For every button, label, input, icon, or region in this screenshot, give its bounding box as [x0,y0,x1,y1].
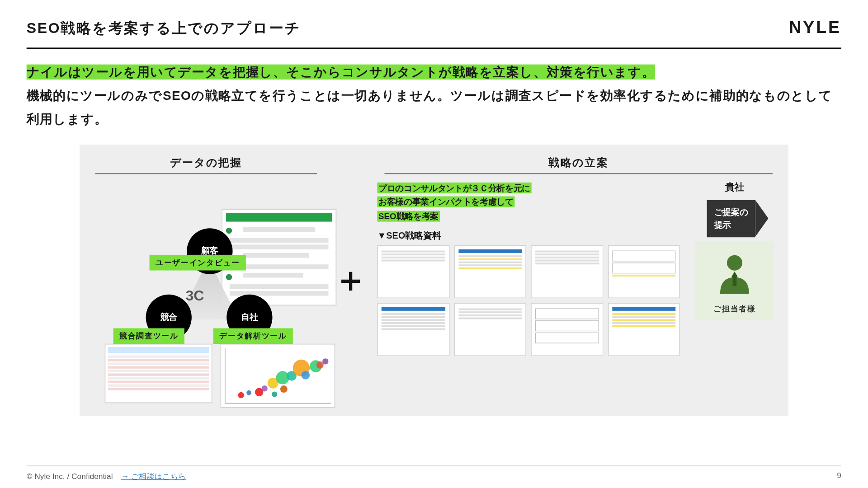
left-heading-rule [95,173,317,174]
right-heading-rule [384,173,772,174]
column-data-grasp: データの把握 3C 顧客 競合 自社 ユーザーインタビュー [80,144,333,415]
plus-icon: ＋ [334,257,368,303]
deck-title: ▼SEO戦略資料 [377,230,679,241]
strategy-doc-deck [377,245,679,356]
diagram-area: データの把握 3C 顧客 競合 自社 ユーザーインタビュー [80,144,788,415]
thumbnail-bubble-chart [221,344,335,408]
plus-separator: ＋ [333,144,369,415]
footer-copyright: © Nyle Inc. / Confidential [27,472,113,481]
title-rule [27,47,841,49]
footer-contact-link[interactable]: → ご相談はこちら [121,472,186,481]
intro-paragraph: ナイルはツールを用いてデータを把握し、そこからコンサルタントが戦略を立案し、対策… [27,61,841,131]
three-c-label: 3C [186,287,204,304]
strategy-hl-3: SEO戦略を考案 [377,211,439,222]
doc-thumb [608,245,679,298]
svg-point-0 [727,255,742,270]
tag-user-interview: ユーザーインタビュー [150,254,246,270]
right-heading: 戦略の立案 [377,155,779,173]
strategy-hl-2: お客様の事業インパクトを考慮して [377,197,514,207]
page-number: 9 [837,471,841,482]
thumbnail-competitor-tool [105,344,212,403]
client-person-label: ご担当者様 [702,303,768,314]
intro-highlight: ナイルはツールを用いてデータを把握し、そこからコンサルタントが戦略を立案し、対策… [27,65,655,80]
doc-thumb [531,303,603,356]
intro-rest: 機械的にツールのみでSEOの戦略立てを行うことは一切ありません。ツールは調査スピ… [27,89,833,126]
client-person-card: ご担当者様 [695,241,774,320]
svg-rect-1 [733,276,737,286]
doc-thumb [454,245,526,298]
brand-logo: NYLE [789,18,841,38]
left-heading: データの把握 [88,155,325,173]
three-c-diagram: 3C 顧客 競合 自社 ユーザーインタビュー 競合調査ツール データ解析ツール [88,181,325,404]
arrow-line1: ご提案の [714,207,748,216]
doc-thumb [608,303,679,356]
proposal-arrow: ご提案の 提示 [707,200,755,237]
tag-data-analysis-tool: データ解析ツール [213,328,293,344]
column-strategy: 戦略の立案 プロのコンサルタントが３Ｃ分析を元に お客様の事業インパクトを考慮し… [369,144,788,415]
strategy-highlight-block: プロのコンサルタントが３Ｃ分析を元に お客様の事業インパクトを考慮して SEO戦… [377,181,679,224]
strategy-hl-1: プロのコンサルタントが３Ｃ分析を元に [377,182,531,193]
doc-thumb [377,303,449,356]
person-icon [702,249,768,300]
arrow-line2: 提示 [714,220,731,229]
doc-thumb [531,245,603,298]
doc-thumb [377,245,449,298]
tag-competitor-tool: 競合調査ツール [113,328,184,344]
slide-footer: © Nyle Inc. / Confidential → ご相談はこちら 9 [27,465,841,482]
slide-title: SEO戦略を考案する上でのアプローチ [27,19,301,38]
doc-thumb [454,303,526,356]
client-column: 貴社 ご提案の 提示 ご担当者様 [689,181,780,356]
client-title: 貴社 [725,181,745,194]
